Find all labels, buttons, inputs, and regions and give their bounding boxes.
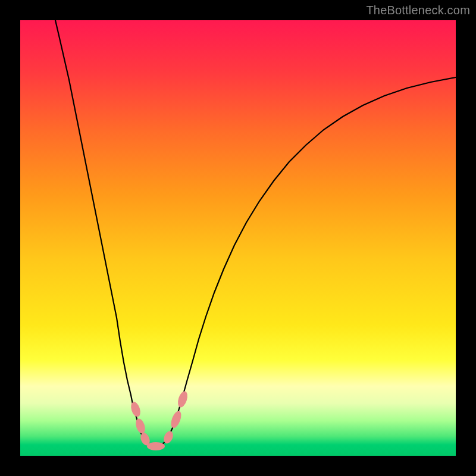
chart-svg [20, 20, 456, 456]
watermark-text: TheBottleneck.com [366, 4, 470, 17]
chart-frame: TheBottleneck.com [0, 0, 476, 476]
marker-bottom [147, 442, 165, 450]
plot-area [20, 20, 456, 456]
